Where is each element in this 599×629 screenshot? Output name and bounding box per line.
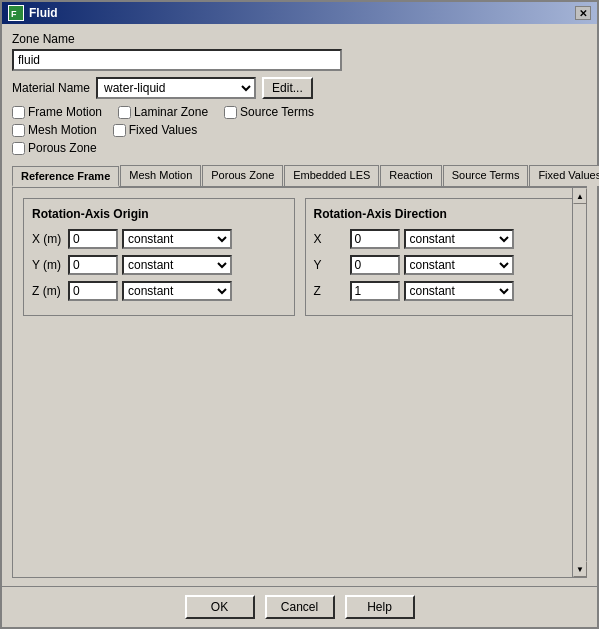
direction-y-select[interactable]: constant	[404, 255, 514, 275]
svg-text:F: F	[11, 9, 17, 19]
rotation-axis-direction-title: Rotation-Axis Direction	[314, 207, 568, 221]
tabs-row: Reference Frame Mesh Motion Porous Zone …	[12, 165, 587, 188]
rotation-axis-origin-title: Rotation-Axis Origin	[32, 207, 286, 221]
tab-reference-frame[interactable]: Reference Frame	[12, 166, 119, 187]
scroll-track	[573, 204, 586, 561]
origin-y-label: Y (m)	[32, 258, 64, 272]
fixed-values-checkbox[interactable]	[113, 124, 126, 137]
close-button[interactable]: ✕	[575, 6, 591, 20]
porous-zone-label: Porous Zone	[28, 141, 97, 155]
direction-y-row: Y constant	[314, 255, 568, 275]
laminar-zone-label: Laminar Zone	[134, 105, 208, 119]
origin-z-row: Z (m) constant	[32, 281, 286, 301]
direction-x-input[interactable]	[350, 229, 400, 249]
origin-x-select[interactable]: constant	[122, 229, 232, 249]
origin-x-row: X (m) constant	[32, 229, 286, 249]
rotation-axis-direction-group: Rotation-Axis Direction X constant Y	[305, 198, 577, 316]
tab-porous-zone[interactable]: Porous Zone	[202, 165, 283, 186]
ok-button[interactable]: OK	[185, 595, 255, 619]
mesh-motion-checkbox[interactable]	[12, 124, 25, 137]
rotation-axis-origin-group: Rotation-Axis Origin X (m) constant Y (m…	[23, 198, 295, 316]
laminar-zone-checkbox-label[interactable]: Laminar Zone	[118, 105, 208, 119]
edit-button[interactable]: Edit...	[262, 77, 313, 99]
material-row: Material Name water-liquid Edit...	[12, 77, 587, 99]
window-title: Fluid	[29, 6, 58, 20]
frame-motion-checkbox[interactable]	[12, 106, 25, 119]
direction-x-row: X constant	[314, 229, 568, 249]
tab-mesh-motion[interactable]: Mesh Motion	[120, 165, 201, 186]
mesh-motion-checkbox-label[interactable]: Mesh Motion	[12, 123, 97, 137]
zone-name-input[interactable]	[12, 49, 342, 71]
source-terms-label: Source Terms	[240, 105, 314, 119]
title-bar-left: F Fluid	[8, 5, 58, 21]
fixed-values-label: Fixed Values	[129, 123, 197, 137]
scrollbar[interactable]: ▲ ▼	[572, 188, 586, 577]
axis-two-col: Rotation-Axis Origin X (m) constant Y (m…	[23, 198, 576, 316]
origin-z-select[interactable]: constant	[122, 281, 232, 301]
origin-y-row: Y (m) constant	[32, 255, 286, 275]
source-terms-checkbox-label[interactable]: Source Terms	[224, 105, 314, 119]
dialog-content: Zone Name Material Name water-liquid Edi…	[2, 24, 597, 586]
tab-content-reference-frame: Rotation-Axis Origin X (m) constant Y (m…	[12, 188, 587, 578]
frame-motion-checkbox-label[interactable]: Frame Motion	[12, 105, 102, 119]
frame-motion-label: Frame Motion	[28, 105, 102, 119]
fixed-values-checkbox-label[interactable]: Fixed Values	[113, 123, 197, 137]
scroll-up-button[interactable]: ▲	[573, 188, 587, 204]
direction-y-input[interactable]	[350, 255, 400, 275]
cancel-button[interactable]: Cancel	[265, 595, 335, 619]
origin-x-label: X (m)	[32, 232, 64, 246]
tabs-container: Reference Frame Mesh Motion Porous Zone …	[12, 165, 587, 578]
bottom-bar: OK Cancel Help	[2, 586, 597, 627]
origin-z-label: Z (m)	[32, 284, 64, 298]
checkboxes-row3: Porous Zone	[12, 141, 587, 155]
app-icon: F	[8, 5, 24, 21]
origin-z-input[interactable]	[68, 281, 118, 301]
fluid-dialog: F Fluid ✕ Zone Name Material Name water-…	[0, 0, 599, 629]
direction-z-row: Z constant	[314, 281, 568, 301]
tab-reaction[interactable]: Reaction	[380, 165, 441, 186]
tab-embedded-les[interactable]: Embedded LES	[284, 165, 379, 186]
origin-y-input[interactable]	[68, 255, 118, 275]
scroll-down-button[interactable]: ▼	[573, 561, 587, 577]
direction-x-select[interactable]: constant	[404, 229, 514, 249]
direction-z-select[interactable]: constant	[404, 281, 514, 301]
help-button[interactable]: Help	[345, 595, 415, 619]
porous-zone-checkbox-label[interactable]: Porous Zone	[12, 141, 97, 155]
material-name-label: Material Name	[12, 81, 90, 95]
direction-z-input[interactable]	[350, 281, 400, 301]
porous-zone-checkbox[interactable]	[12, 142, 25, 155]
title-bar: F Fluid ✕	[2, 2, 597, 24]
checkboxes-row1: Frame Motion Laminar Zone Source Terms	[12, 105, 587, 119]
zone-name-label: Zone Name	[12, 32, 587, 46]
direction-y-label: Y	[314, 258, 346, 272]
source-terms-checkbox[interactable]	[224, 106, 237, 119]
mesh-motion-label: Mesh Motion	[28, 123, 97, 137]
direction-z-label: Z	[314, 284, 346, 298]
origin-x-input[interactable]	[68, 229, 118, 249]
checkboxes-row2: Mesh Motion Fixed Values	[12, 123, 587, 137]
origin-y-select[interactable]: constant	[122, 255, 232, 275]
tab-fixed-values[interactable]: Fixed Values	[529, 165, 599, 186]
direction-x-label: X	[314, 232, 346, 246]
laminar-zone-checkbox[interactable]	[118, 106, 131, 119]
tab-source-terms[interactable]: Source Terms	[443, 165, 529, 186]
material-select[interactable]: water-liquid	[96, 77, 256, 99]
